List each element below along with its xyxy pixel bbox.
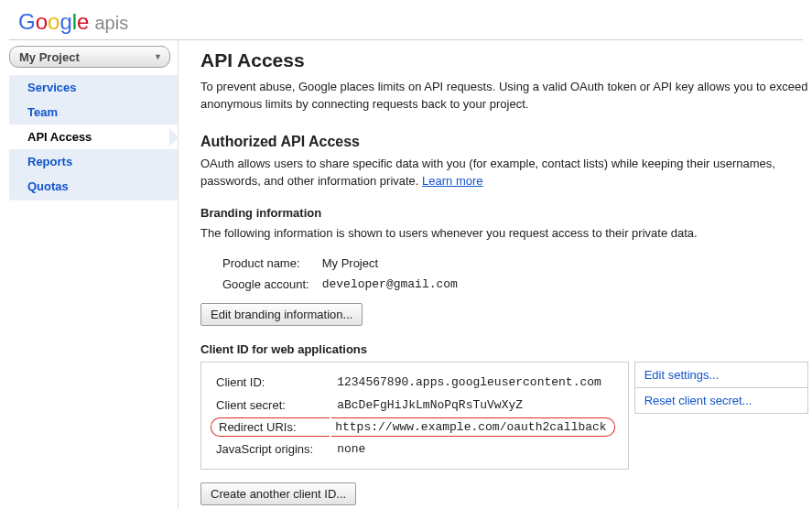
authorized-text-body: OAuth allows users to share specific dat…: [200, 157, 775, 188]
authorized-heading: Authorized API Access: [200, 134, 808, 150]
edit-settings-link[interactable]: Edit settings...: [634, 362, 808, 387]
product-name-label: Product name:: [217, 254, 315, 273]
sidebar-item-quotas[interactable]: Quotas: [9, 174, 178, 199]
page-title: API Access: [200, 49, 808, 71]
js-origins-value: none: [331, 439, 614, 460]
intro-text: To prevent abuse, Google places limits o…: [200, 79, 808, 114]
google-logo: Google: [18, 9, 89, 35]
client-table: Client ID: 1234567890.apps.googleusercon…: [209, 370, 617, 461]
sidebar-item-reports[interactable]: Reports: [9, 149, 178, 174]
edit-branding-button[interactable]: Edit branding information...: [200, 303, 363, 326]
sidebar-item-services[interactable]: Services: [9, 75, 178, 100]
client-actions: Edit settings... Reset client secret...: [634, 362, 808, 470]
authorized-text: OAuth allows users to share specific dat…: [200, 156, 808, 190]
main-content: API Access To prevent abuse, Google plac…: [178, 40, 812, 509]
client-secret-label: Client secret:: [211, 395, 330, 416]
branding-heading: Branding information: [200, 206, 808, 220]
learn-more-link[interactable]: Learn more: [422, 174, 482, 188]
client-secret-value: aBcDeFgHiJkLmNoPqRsTuVwXyZ: [331, 395, 614, 416]
client-heading: Client ID for web applications: [200, 342, 808, 356]
branding-table: Product name: My Project Google account:…: [215, 252, 465, 296]
reset-client-secret-link[interactable]: Reset client secret...: [634, 387, 808, 414]
app-header: Google apis: [0, 0, 812, 39]
sidebar-item-team[interactable]: Team: [9, 100, 178, 125]
client-id-box: Client ID: 1234567890.apps.googleusercon…: [200, 362, 629, 470]
js-origins-label: JavaScript origins:: [211, 439, 330, 460]
branding-text: The following information is shown to us…: [200, 225, 808, 243]
client-id-value: 1234567890.apps.googleusercontent.com: [331, 372, 614, 393]
product-name-value: My Project: [317, 254, 463, 273]
redirect-uris-label: Redirect URIs:: [211, 417, 330, 437]
redirect-uris-value: https://www.example.com/oauth2callback: [331, 417, 614, 437]
project-selector-label: My Project: [19, 50, 80, 64]
google-account-value: developer@gmail.com: [317, 275, 463, 294]
client-id-label: Client ID:: [211, 372, 330, 393]
sidebar-item-api-access[interactable]: API Access: [9, 125, 178, 149]
sidebar: My Project Services Team API Access Repo…: [9, 40, 178, 509]
project-selector[interactable]: My Project: [9, 46, 170, 68]
create-client-id-button[interactable]: Create another client ID...: [200, 482, 356, 505]
product-suffix: apis: [94, 13, 128, 34]
sidebar-nav: Services Team API Access Reports Quotas: [9, 75, 178, 200]
google-account-label: Google account:: [217, 275, 315, 294]
